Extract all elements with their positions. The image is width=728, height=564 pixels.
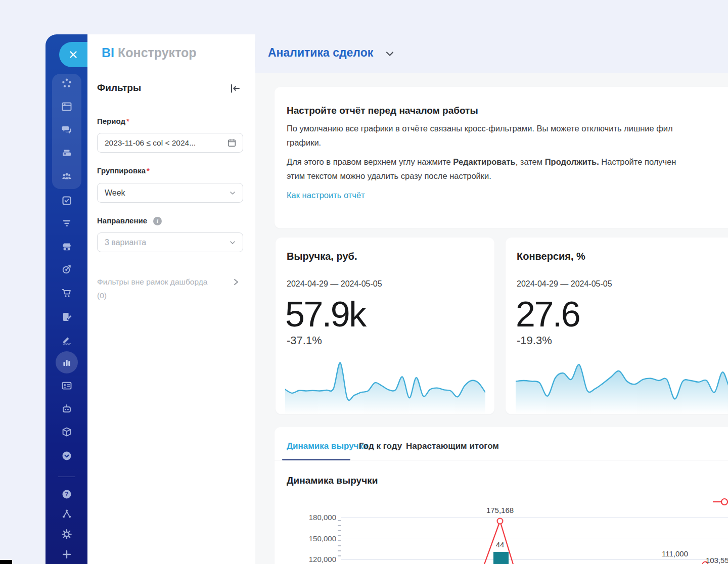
svg-text:?: ? <box>65 491 68 498</box>
report-title-chevron-icon[interactable] <box>385 50 395 58</box>
outer-filters-link[interactable]: Фильтры вне рамок дашборда (0) <box>97 277 244 300</box>
conversion-sparkline <box>516 360 728 414</box>
chevron-down-icon <box>229 189 237 197</box>
notice-paragraph-1-line-2: графики. <box>287 138 321 148</box>
conversion-kpi-value: 27.6 <box>516 294 579 335</box>
chevron-right-icon <box>232 278 240 286</box>
app-sidebar: ? <box>46 34 87 564</box>
tab-cumulative-total[interactable]: Нарастающим итогом <box>406 441 499 451</box>
logo-name: Конструктор <box>118 45 197 60</box>
settings-gear-icon[interactable] <box>61 528 73 540</box>
conversion-kpi-delta: -19.3% <box>517 334 552 347</box>
integrations-nodes-icon[interactable] <box>61 508 73 520</box>
revenue-sparkline <box>285 360 485 414</box>
revenue-kpi-value: 57.9k <box>285 294 366 335</box>
period-input[interactable]: 2023-11-06 ≤ col < 2024... <box>97 133 243 153</box>
grouping-select[interactable]: Week <box>97 183 243 203</box>
storefront-icon[interactable] <box>61 241 73 253</box>
help-icon[interactable]: ? <box>61 488 73 500</box>
conversion-kpi-title: Конверсия, % <box>517 251 585 262</box>
tab-revenue-dynamics[interactable]: Динамика выручки <box>287 441 368 451</box>
filters-title: Фильтры <box>97 82 141 93</box>
revenue-kpi-period: 2024-04-29 — 2024-05-05 <box>287 279 382 289</box>
direction-select[interactable]: 3 варианта <box>97 232 243 252</box>
marketing-target-icon[interactable] <box>61 263 73 275</box>
chart-legend <box>713 497 728 506</box>
point-label-175168: 175,168 <box>477 506 523 514</box>
conversion-kpi-period: 2024-04-29 — 2024-05-05 <box>517 279 612 289</box>
point-label-103558: 103,558 <box>697 556 728 564</box>
grouping-label: Группировка* <box>97 166 150 175</box>
collapse-panel-icon[interactable] <box>229 82 242 95</box>
deals-bar[interactable] <box>493 552 509 564</box>
products-box-icon[interactable] <box>61 426 73 438</box>
clients-group-icon[interactable] <box>61 170 73 182</box>
calendar-icon <box>227 138 237 148</box>
data-point-marker[interactable] <box>497 519 503 524</box>
tab-year-over-year[interactable]: Год к году <box>359 441 402 451</box>
revenue-kpi-delta: -37.1% <box>287 334 322 347</box>
chats-icon[interactable] <box>61 124 73 136</box>
notice-paragraph-1-line-1: По умолчанию все графики в отчёте связан… <box>287 124 673 133</box>
close-button[interactable] <box>59 42 87 67</box>
add-plus-icon[interactable] <box>61 548 73 560</box>
close-icon <box>68 49 79 60</box>
report-title[interactable]: Аналитика сделок <box>268 46 373 60</box>
how-to-configure-link[interactable]: Как настроить отчёт <box>287 191 365 200</box>
document-edit-icon[interactable] <box>61 311 73 323</box>
signature-icon[interactable] <box>61 334 73 346</box>
app-logo: BIКонструктор <box>102 45 197 60</box>
funnel-filter-icon[interactable] <box>61 217 73 229</box>
header-divider <box>255 41 255 67</box>
crm-hub-icon[interactable] <box>61 77 73 89</box>
more-circle-icon[interactable] <box>61 450 73 462</box>
chart-title: Динамика выручки <box>287 475 378 486</box>
direction-label: Направление <box>97 216 147 225</box>
sales-register-icon[interactable] <box>61 147 73 159</box>
chevron-down-icon <box>229 239 237 247</box>
notice-title: Настройте отчёт перед началом работы <box>287 105 478 116</box>
period-label: Период* <box>97 117 129 125</box>
sidebar-divider <box>58 477 75 477</box>
shop-cart-icon[interactable] <box>61 287 73 299</box>
bar-label-44: 44 <box>485 540 515 549</box>
bi-dashboard: ? BIКонструктор Фильтры Период* 2023-11-… <box>0 0 728 564</box>
sites-window-icon[interactable] <box>61 101 73 113</box>
point-label-111000: 111,000 <box>652 549 698 558</box>
analytics-bars-icon[interactable] <box>61 356 73 368</box>
notice-paragraph-2-line-2: этим текстом можно удалить сразу после н… <box>287 171 491 181</box>
notice-paragraph-2-line-1: Для этого в правом верхнем углу нажмите … <box>287 157 676 167</box>
legend-marker-icon <box>721 499 727 505</box>
tasks-check-icon[interactable] <box>61 195 73 207</box>
info-icon[interactable]: i <box>153 217 162 225</box>
logo-bi: BI <box>102 45 114 60</box>
chatbot-icon[interactable] <box>61 403 73 415</box>
contact-card-icon[interactable] <box>61 380 73 392</box>
active-tab-underline <box>282 459 350 460</box>
revenue-kpi-title: Выручка, руб. <box>287 251 357 262</box>
screen-artifact <box>0 560 12 564</box>
